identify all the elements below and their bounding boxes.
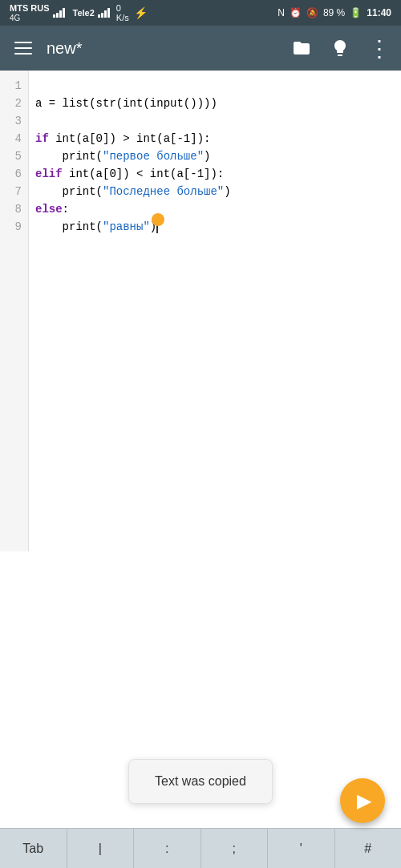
folder-button[interactable] (286, 32, 318, 64)
semicolon-key[interactable]: ; (201, 829, 269, 868)
toast-message: Text was copied (128, 759, 273, 804)
time: 11:40 (367, 7, 391, 18)
battery-level: 89 % (323, 7, 345, 18)
top-bar: new* ⋮ (0, 26, 401, 71)
code-line-1 (35, 77, 401, 95)
quote-key[interactable]: ' (268, 829, 335, 868)
code-line-5: print("первое больше") (35, 147, 401, 165)
mute-icon: 🔕 (306, 7, 318, 18)
more-button[interactable]: ⋮ (363, 32, 395, 64)
code-line-8: else: (35, 200, 401, 218)
battery-icon: 🔋 (350, 7, 362, 18)
toast-container: Text was copied (128, 759, 273, 804)
app-title: new* (47, 39, 276, 58)
colon-key[interactable]: : (134, 829, 201, 868)
code-line-9: print("равны") (35, 218, 401, 236)
code-line-3 (35, 112, 401, 130)
run-button[interactable]: ▶ (340, 778, 385, 823)
pipe-key[interactable]: | (67, 829, 135, 868)
bulb-button[interactable] (324, 32, 356, 64)
status-right: N ⏰ 🔕 89 % 🔋 11:40 (277, 7, 391, 18)
tab-key[interactable]: Tab (0, 829, 67, 868)
carrier2: Tele2 (73, 8, 95, 18)
code-editor[interactable]: a = list(str(int(input()))) if int(a[0])… (29, 71, 401, 551)
data-speed: 0K/s (116, 3, 129, 22)
keyboard-bar: Tab | : ; ' # (0, 828, 401, 868)
code-line-2: a = list(str(int(input()))) (35, 95, 401, 112)
signal-bars-2 (98, 8, 110, 18)
carrier1: MTS RUS 4G (10, 3, 50, 22)
menu-button[interactable] (10, 37, 37, 59)
code-line-7: print("Последнее больше") (35, 183, 401, 200)
nfc-icon: N (277, 7, 285, 18)
code-line-6: elif int(a[0]) < int(a[-1]): (35, 165, 401, 183)
usb-icon: ⚡ (134, 6, 148, 19)
code-line-4: if int(a[0]) > int(a[-1]): (35, 130, 401, 147)
cursor-handle (152, 213, 164, 226)
status-left: MTS RUS 4G Tele2 0K/s ⚡ (10, 3, 148, 22)
alarm-icon: ⏰ (290, 7, 302, 18)
editor-area: 1 2 3 4 5 6 7 8 9 a = list(str(int(input… (0, 71, 401, 551)
hash-key[interactable]: # (335, 829, 402, 868)
status-bar: MTS RUS 4G Tele2 0K/s ⚡ N ⏰ 🔕 89 % 🔋 11:… (0, 0, 401, 26)
empty-editor-space[interactable] (0, 551, 401, 868)
line-numbers: 1 2 3 4 5 6 7 8 9 (0, 71, 29, 551)
signal-bars-1 (53, 8, 65, 18)
top-bar-icons: ⋮ (286, 32, 395, 64)
run-icon: ▶ (357, 789, 371, 812)
